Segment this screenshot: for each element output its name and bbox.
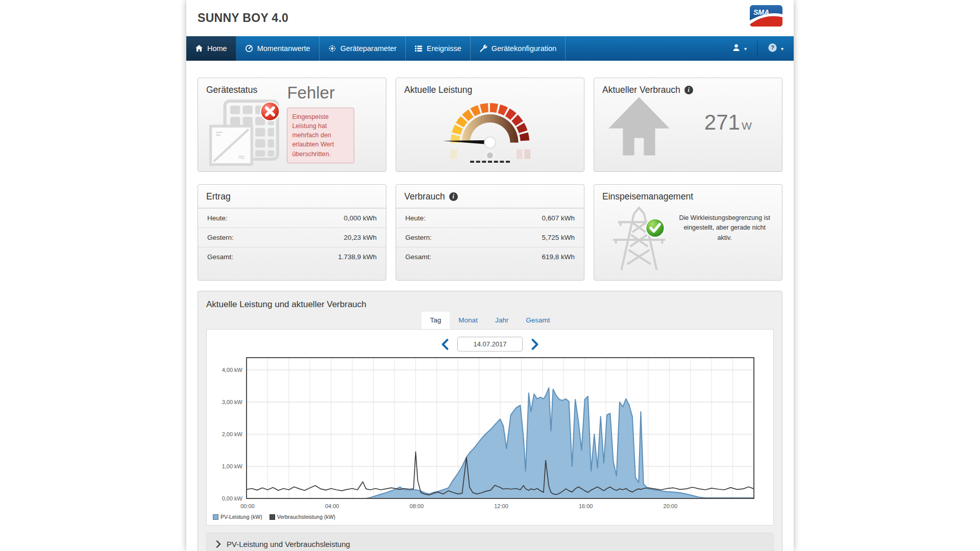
gear-icon: [328, 44, 336, 53]
chart-period-tabs: Tag Monat Jahr Gesamt: [198, 312, 782, 329]
tab-monat[interactable]: Monat: [450, 312, 486, 329]
card-einspeisemanagement: Einspeisemanagement: [594, 184, 782, 281]
card-aktueller-verbrauch: Aktueller Verbrauch i 271W: [594, 78, 782, 172]
nav-item-momentanwerte[interactable]: Momentanwerte: [236, 36, 320, 61]
svg-text:≈: ≈: [237, 151, 246, 163]
yield-row-today: Heute:0,000 kWh: [198, 208, 386, 228]
svg-text:SMA: SMA: [753, 8, 769, 16]
load-swatch-icon: [270, 514, 275, 520]
tab-tag[interactable]: Tag: [422, 312, 450, 329]
chart-legend: PV-Leistung (kW) Verbrauchsleistung (kW): [207, 513, 773, 525]
yield-row-yesterday: Gestern:20,23 kWh: [198, 228, 386, 247]
chart-panel-title: Aktuelle Leistung und aktueller Verbrauc…: [198, 291, 782, 312]
nav-item-home[interactable]: Home: [186, 36, 236, 61]
nav-item-geraetekonfiguration[interactable]: Gerätekonfiguration: [471, 36, 566, 61]
svg-text:08:00: 08:00: [410, 503, 424, 509]
tab-jahr[interactable]: Jahr: [486, 312, 517, 329]
power-gauge: [426, 95, 554, 160]
nav-label: Gerätekonfiguration: [492, 44, 556, 53]
power-day-chart: 0,00 kW1,00 kW2,00 kW3,00 kW4,00 kW00:00…: [207, 354, 773, 513]
page-title: SUNNY BOY 4.0: [198, 11, 288, 25]
help-menu[interactable]: ? ▾: [757, 36, 794, 61]
main-navbar: Home Momentanwerte Geräteparameter: [186, 36, 794, 61]
page-container: SUNNY BOY 4.0 SMA Home: [186, 0, 794, 551]
card-title: Verbrauch: [404, 191, 445, 202]
device-status-message: Eingespeiste Leistung hat mehrfach den e…: [287, 108, 354, 163]
svg-text:0,00 kW: 0,00 kW: [222, 495, 243, 502]
help-icon: ?: [768, 43, 777, 55]
info-icon[interactable]: i: [684, 86, 693, 94]
chevron-down-icon: ▾: [781, 46, 783, 52]
home-icon: [195, 44, 203, 53]
previous-day-button[interactable]: [441, 339, 449, 350]
info-icon[interactable]: i: [449, 192, 458, 201]
accordion-label: PV-Leistung und Verbrauchsleistung: [227, 540, 350, 548]
nav-label: Geräteparameter: [340, 44, 397, 53]
chevron-down-icon: ▾: [744, 46, 747, 52]
svg-text:3,00 kW: 3,00 kW: [222, 399, 243, 405]
check-ok-icon: [646, 219, 664, 237]
house-icon: [606, 94, 672, 158]
chart-panel: Aktuelle Leistung und aktueller Verbrauc…: [198, 291, 782, 551]
current-consumption-value: 271W: [679, 110, 777, 135]
chart-container: 14.07.2017 0,00 kW1,00 kW2,00 kW3,00 kW4…: [206, 329, 774, 525]
svg-text:?: ?: [771, 44, 774, 51]
card-verbrauch: Verbrauch i Heute:0,607 kWh Gestern:5,72…: [396, 184, 584, 281]
pv-swatch-icon: [213, 514, 218, 520]
user-menu[interactable]: ▾: [722, 36, 757, 61]
feedin-status-message: Die Wirkleistungsbegrenzung ist eingeste…: [677, 206, 776, 273]
svg-text:1,00 kW: 1,00 kW: [222, 463, 243, 469]
device-status-value: Fehler: [287, 83, 379, 103]
main-content: Gerätestatus: [186, 61, 794, 551]
date-picker[interactable]: 14.07.2017: [457, 337, 523, 352]
legend-pv: PV-Leistung (kW): [213, 514, 262, 520]
gauge-value-placeholder: [470, 161, 510, 163]
nav-label: Ereignisse: [427, 44, 461, 53]
chevron-right-icon: [216, 540, 221, 548]
tab-gesamt[interactable]: Gesamt: [517, 312, 558, 329]
svg-text:04:00: 04:00: [325, 503, 339, 509]
nav-item-geraeteparameter[interactable]: Geräteparameter: [320, 36, 406, 61]
yield-row-total: Gesamt:1.738,9 kWh: [198, 247, 386, 266]
consumption-row-yesterday: Gestern:5,725 kWh: [396, 228, 584, 247]
consumption-row-total: Gesamt:619,8 kWh: [396, 247, 584, 266]
next-day-button[interactable]: [531, 339, 539, 350]
inverter-icon: ≈: [207, 98, 283, 170]
user-icon: [732, 43, 741, 54]
card-title: Aktueller Verbrauch: [602, 85, 680, 95]
nav-label: Momentanwerte: [257, 44, 310, 53]
svg-text:2,00 kW: 2,00 kW: [222, 431, 243, 437]
svg-text:20:00: 20:00: [664, 503, 678, 509]
accordion-pv-verbrauch[interactable]: PV-Leistung und Verbrauchsleistung: [206, 533, 774, 551]
app-header: SUNNY BOY 4.0 SMA: [186, 0, 794, 36]
list-icon: [414, 44, 423, 53]
consumption-row-today: Heute:0,607 kWh: [396, 208, 584, 228]
card-ertrag: Ertrag Heute:0,000 kWh Gestern:20,23 kWh…: [198, 184, 386, 281]
wrench-icon: [479, 44, 487, 53]
error-x-icon: [261, 102, 280, 121]
svg-text:16:00: 16:00: [579, 503, 593, 509]
svg-text:00:00: 00:00: [240, 503, 255, 509]
card-title: Ertrag: [198, 185, 386, 208]
card-geraetestatus: Gerätestatus: [198, 78, 386, 172]
nav-item-ereignisse[interactable]: Ereignisse: [406, 36, 471, 61]
power-tower-icon: [601, 206, 677, 273]
card-aktuelle-leistung: Aktuelle Leistung: [396, 78, 584, 172]
nav-label: Home: [207, 44, 227, 53]
navbar-utilities: ▾ ? ▾: [722, 36, 794, 61]
sma-logo: SMA: [750, 5, 782, 27]
gauge-icon: [245, 44, 253, 53]
svg-text:12:00: 12:00: [494, 503, 508, 509]
svg-text:4,00 kW: 4,00 kW: [222, 367, 243, 373]
legend-verbrauch: Verbrauchsleistung (kW): [270, 514, 335, 520]
card-title: Einspeisemanagement: [594, 185, 782, 205]
